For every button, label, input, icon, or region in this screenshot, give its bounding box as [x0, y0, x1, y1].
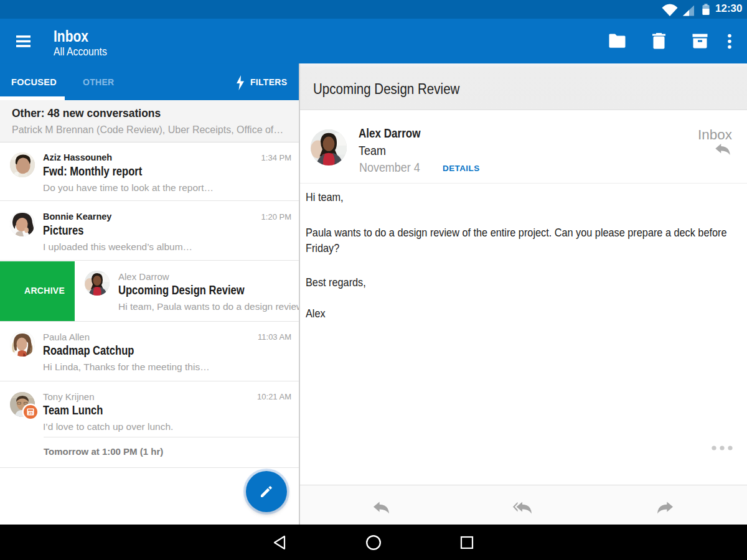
svg-text:23: 23 — [29, 411, 33, 415]
